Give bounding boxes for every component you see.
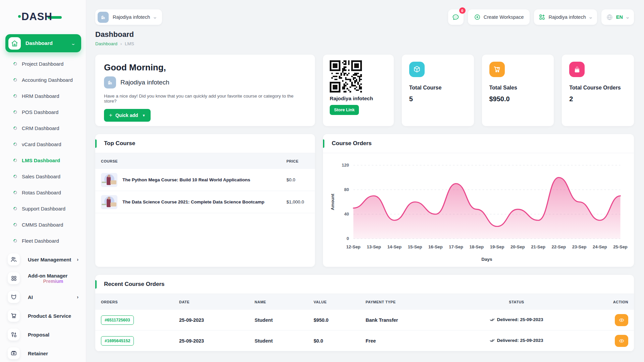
svg-text:20-Sep: 20-Sep — [511, 244, 525, 249]
sidebar-item-project-dashboard[interactable]: Project Dashboard — [0, 56, 86, 72]
svg-text:25-Sep: 25-Sep — [613, 244, 628, 249]
messages-badge: 0 — [459, 7, 466, 14]
circle-progress-icon — [13, 191, 17, 194]
store-qr-card: Rajodiya infotech Store Link — [323, 55, 394, 126]
circle-progress-icon — [13, 239, 17, 243]
cart-icon — [8, 310, 20, 322]
messages-button[interactable]: 0 — [448, 9, 464, 25]
course-orders-title: Course Orders — [332, 140, 372, 147]
circle-progress-icon — [13, 175, 17, 178]
breadcrumb-dashboard[interactable]: Dashboard — [95, 41, 117, 46]
course-orders-card: Course Orders 0408012012-Sep13-Sep14-Sep… — [323, 134, 634, 267]
top-course-card: Top Course COURSE PRICE The Python Mega … — [95, 134, 315, 267]
view-order-button[interactable] — [615, 335, 628, 347]
app-root: DASH Dashboard ⌄ Project Dashboard Accou… — [0, 0, 644, 362]
view-order-button[interactable] — [615, 314, 628, 326]
svg-text:40: 40 — [344, 212, 349, 217]
table-row[interactable]: The Python Mega Course: Build 10 Real Wo… — [95, 169, 315, 191]
double-check-icon — [490, 338, 495, 343]
svg-text:13-Sep: 13-Sep — [367, 244, 381, 249]
app-logo[interactable]: DASH — [21, 11, 86, 23]
sidebar-item-lms-dashboard[interactable]: LMS Dashboard — [0, 152, 86, 168]
sidebar-item-addon-manager[interactable]: Add-on ManagerPremium — [0, 269, 86, 288]
course-orders-area-chart: 0408012012-Sep13-Sep14-Sep15-Sep16-Sep17… — [323, 153, 634, 267]
svg-text:Days: Days — [481, 257, 492, 262]
recent-orders-card: Recent Course Orders ORDERS DATE NAME VA… — [95, 275, 634, 351]
svg-text:22-Sep: 22-Sep — [551, 244, 566, 249]
svg-text:23-Sep: 23-Sep — [572, 244, 587, 249]
recent-orders-header: ORDERS DATE NAME VALUE PAYMENT TYPE STAT… — [95, 294, 634, 310]
logo-text: DASH — [21, 11, 52, 23]
sidebar-item-rotas-dashboard[interactable]: Rotas Dashboard — [0, 184, 86, 200]
plus-circle-icon — [474, 14, 481, 20]
svg-text:16-Sep: 16-Sep — [428, 244, 443, 249]
eye-icon — [619, 317, 625, 323]
eye-icon — [619, 338, 625, 344]
chevron-down-icon: ⌄ — [71, 41, 76, 46]
sidebar-item-product-service[interactable]: Product & Service — [0, 306, 86, 325]
store-link-button[interactable]: Store Link — [330, 105, 359, 115]
proposal-icon — [8, 328, 20, 341]
sidebar-item-vcard-dashboard[interactable]: vCard Dashboard — [0, 136, 86, 152]
topbar: Rajodiya infotech ⌄ 0 Create Workspace R… — [95, 9, 634, 25]
course-thumbnail — [101, 195, 117, 209]
premium-badge: Premium — [28, 279, 78, 284]
grid-plus-icon — [539, 14, 545, 20]
sidebar-item-fleet-dashboard[interactable]: Fleet Dashboard — [0, 233, 86, 249]
greeting-card: Good Morning, Rajodiya infotech Have a n… — [95, 55, 315, 126]
sidebar-item-dashboard[interactable]: Dashboard ⌄ — [5, 34, 81, 52]
sidebar-item-pos-dashboard[interactable]: POS Dashboard — [0, 104, 86, 120]
circle-progress-icon — [13, 110, 17, 114]
summary-row: Good Morning, Rajodiya infotech Have a n… — [95, 55, 634, 126]
quick-add-button[interactable]: + Quick add ▼ — [104, 109, 151, 122]
create-workspace-button[interactable]: Create Workspace — [468, 9, 530, 25]
workspace-selector[interactable]: Rajodiya infotech ⌄ — [95, 9, 162, 25]
sidebar-menu: User Management › Add-on ManagerPremium … — [0, 250, 86, 362]
box-icon — [409, 62, 425, 77]
building-icon — [98, 12, 109, 23]
sidebar-item-cmms-dashboard[interactable]: CMMS Dashboard — [0, 217, 86, 233]
sidebar-item-retainer[interactable]: Retainer — [0, 344, 86, 362]
chevron-right-icon: › — [77, 257, 78, 262]
sidebar-item-accounting-dashboard[interactable]: Accounting Dashboard — [0, 72, 86, 88]
svg-text:Amount: Amount — [330, 193, 335, 210]
top-course-header: COURSE PRICE — [95, 153, 315, 169]
circle-progress-icon — [13, 62, 17, 66]
circle-progress-icon — [13, 142, 17, 146]
order-id-badge[interactable]: #1695645152 — [101, 336, 134, 346]
workspace-dropdown[interactable]: Rajodiya infotech ⌄ — [534, 9, 597, 25]
page-title: Dashboard — [95, 30, 634, 39]
sidebar-item-proposal[interactable]: Proposal — [0, 325, 86, 344]
sidebar-dashboard-list: Project Dashboard Accounting Dashboard H… — [0, 56, 86, 249]
circle-progress-icon — [13, 94, 17, 98]
greeting-message: Have a nice day! Did you know that you c… — [104, 94, 306, 104]
sidebar-item-crm-dashboard[interactable]: CRM Dashboard — [0, 120, 86, 136]
chevron-down-icon: ⌄ — [588, 15, 593, 19]
circle-progress-icon — [13, 78, 17, 82]
sidebar-item-sales-dashboard[interactable]: Sales Dashboard — [0, 168, 86, 184]
sidebar: DASH Dashboard ⌄ Project Dashboard Accou… — [0, 0, 86, 362]
sidebar-item-hrm-dashboard[interactable]: HRM Dashboard — [0, 88, 86, 104]
chevron-right-icon: › — [77, 294, 78, 300]
circle-progress-icon — [13, 159, 17, 162]
table-row: #1695645152 25-09-2023 Student $0.0 Free… — [95, 330, 634, 351]
order-id-badge[interactable]: #6511725603 — [101, 315, 134, 325]
globe-icon — [606, 14, 613, 21]
svg-text:80: 80 — [344, 187, 349, 192]
circle-progress-icon — [13, 223, 17, 227]
sidebar-item-ai[interactable]: AI › — [0, 288, 86, 306]
caret-down-icon: ▼ — [142, 114, 146, 117]
home-icon — [8, 37, 21, 50]
course-thumbnail — [101, 173, 117, 187]
grid-icon — [8, 272, 20, 284]
svg-text:12-Sep: 12-Sep — [346, 244, 361, 249]
language-selector[interactable]: EN ⌄ — [601, 9, 634, 25]
store-name: Rajodiya infotech — [330, 96, 387, 102]
breadcrumb: Dashboard › LMS — [95, 41, 634, 46]
table-row: #6511725603 25-09-2023 Student $950.0 Ba… — [95, 310, 634, 330]
table-row[interactable]: The Data Science Course 2021: Complete D… — [95, 191, 315, 213]
sidebar-item-support-dashboard[interactable]: Support Dashboard — [0, 200, 86, 217]
workspace-name: Rajodiya infotech — [120, 79, 169, 86]
sidebar-item-user-management[interactable]: User Management › — [0, 250, 86, 269]
svg-text:19-Sep: 19-Sep — [490, 244, 504, 249]
